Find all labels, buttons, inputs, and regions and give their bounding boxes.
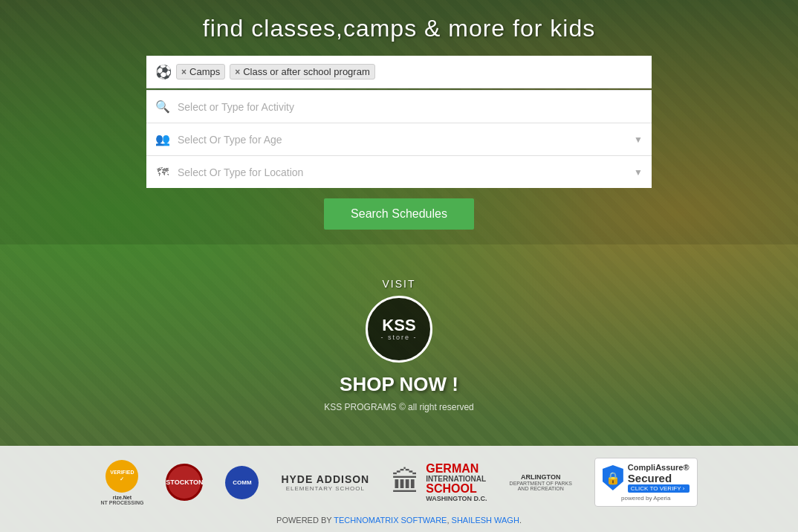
shop-section: VISIT KSS - store - SHOP NOW ! KSS PROGR…	[324, 244, 474, 446]
camps-tag[interactable]: × Camps	[176, 64, 225, 80]
hyde-sub: ELEMENTARY SCHOOL	[286, 485, 365, 492]
community-logo: COMM	[225, 466, 259, 499]
visit-label: VISIT	[382, 278, 415, 290]
age-dropdown-arrow[interactable]: ▼	[634, 134, 643, 145]
kss-logo-sub: - store -	[380, 334, 417, 341]
search-icon: 🔍	[155, 100, 170, 114]
compli-right: CompliAssure® Secured CLICK TO VERIFY ›	[628, 463, 690, 493]
map-icon: 🗺	[155, 166, 170, 179]
class-tag[interactable]: × Class or after school program	[230, 64, 375, 80]
authorize-sub: NT PROCESSING	[100, 500, 143, 505]
compli-name: CompliAssure®	[628, 463, 690, 472]
footer: VERIFIED✓ rize.Net NT PROCESSING STOCKTO…	[0, 446, 798, 532]
camps-tag-label: Camps	[189, 66, 220, 77]
german-sub3: WASHINGTON D.C.	[426, 495, 487, 502]
search-section: find classes,camps & more for kids ⚽ × C…	[0, 0, 798, 244]
hyde-title: HYDE ADDISON	[281, 473, 369, 485]
location-row: 🗺 ▼	[146, 155, 652, 188]
search-button[interactable]: Search Schedules	[324, 198, 474, 230]
technomatrix-link[interactable]: TECHNOMATRIX SOFTWARE	[334, 516, 447, 525]
compli-secured: Secured	[628, 472, 690, 484]
powered-by-label: POWERED BY	[276, 516, 331, 525]
tags-search-box: ⚽ × Camps × Class or after school progra…	[146, 56, 652, 88]
german-text: GERMAN INTERNATIONAL SCHOOL WASHINGTON D…	[426, 463, 487, 502]
compli-top: 🔒 CompliAssure® Secured CLICK TO VERIFY …	[603, 463, 690, 493]
german-sub1: INTERNATIONAL	[426, 475, 487, 483]
activity-input[interactable]	[178, 101, 643, 113]
page-title: find classes,camps & more for kids	[203, 15, 595, 42]
authorize-partner: VERIFIED✓ rize.Net NT PROCESSING	[100, 460, 143, 505]
kss-logo-text: KSS	[382, 317, 415, 334]
arlington-dept: DEPARTMENT OF PARKSAND RECREATION	[510, 481, 572, 491]
shop-now-text[interactable]: SHOP NOW !	[340, 373, 458, 396]
age-input[interactable]	[178, 134, 634, 146]
arlington-name: ARLINGTON	[521, 473, 560, 481]
stockton-logo: STOCKTON	[166, 464, 203, 501]
arlington-partner: ARLINGTON DEPARTMENT OF PARKSAND RECREAT…	[510, 473, 572, 491]
german-school-logo: 🏛 GERMAN INTERNATIONAL SCHOOL WASHINGTON…	[392, 463, 487, 502]
compli-shield-icon: 🔒	[603, 465, 623, 490]
shailesh-link[interactable]: SHAILESH WAGH	[452, 516, 519, 525]
stockton-text: STOCKTON	[166, 479, 203, 486]
hyde-addison-partner: HYDE ADDISON ELEMENTARY SCHOOL	[281, 473, 369, 492]
authorize-name: rize.Net	[113, 495, 132, 500]
compli-badge[interactable]: 🔒 CompliAssure® Secured CLICK TO VERIFY …	[594, 458, 698, 507]
authorize-badge: VERIFIED✓ rize.Net NT PROCESSING	[100, 460, 143, 505]
activity-row: 🔍	[146, 90, 652, 123]
age-row: 👥 ▼	[146, 123, 652, 155]
partner-row: VERIFIED✓ rize.Net NT PROCESSING STOCKTO…	[15, 458, 783, 507]
location-input[interactable]	[178, 166, 634, 178]
community-partner: COMM	[225, 466, 259, 499]
german-school-partner: 🏛 GERMAN INTERNATIONAL SCHOOL WASHINGTON…	[392, 463, 487, 502]
german-sub2: SCHOOL	[426, 483, 487, 495]
location-dropdown-arrow[interactable]: ▼	[634, 167, 643, 178]
capitol-icon: 🏛	[392, 467, 420, 499]
arlington-logo: ARLINGTON DEPARTMENT OF PARKSAND RECREAT…	[510, 473, 572, 491]
people-icon: 👥	[155, 132, 170, 146]
class-tag-close[interactable]: ×	[235, 67, 240, 77]
authorize-logo: VERIFIED✓	[106, 460, 138, 493]
class-tag-label: Class or after school program	[243, 66, 370, 77]
kss-logo[interactable]: KSS - store -	[366, 296, 432, 363]
compliassure-partner[interactable]: 🔒 CompliAssure® Secured CLICK TO VERIFY …	[594, 458, 698, 507]
stockton-partner: STOCKTON	[166, 464, 203, 501]
search-btn-row: Search Schedules	[146, 188, 652, 244]
soccer-icon: ⚽	[155, 64, 172, 80]
compli-powered: powered by Aperia	[621, 495, 670, 502]
community-text: COMM	[231, 478, 253, 487]
powered-by-row: POWERED BY TECHNOMATRIX SOFTWARE, SHAILE…	[276, 516, 522, 525]
compli-verify[interactable]: CLICK TO VERIFY ›	[628, 484, 690, 493]
german-title: GERMAN	[426, 463, 487, 475]
camps-tag-close[interactable]: ×	[181, 67, 186, 77]
copyright-text: KSS PROGRAMS © all right reserved	[324, 402, 474, 412]
hyde-addison-logo: HYDE ADDISON ELEMENTARY SCHOOL	[281, 473, 369, 492]
period: .	[519, 516, 522, 525]
